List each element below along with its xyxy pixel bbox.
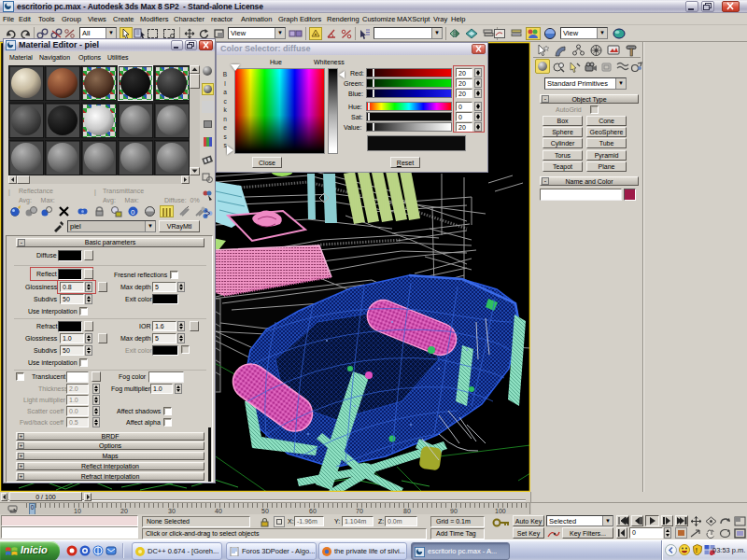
svg-text:0: 0 <box>131 208 135 217</box>
svg-text:!: ! <box>696 546 698 554</box>
